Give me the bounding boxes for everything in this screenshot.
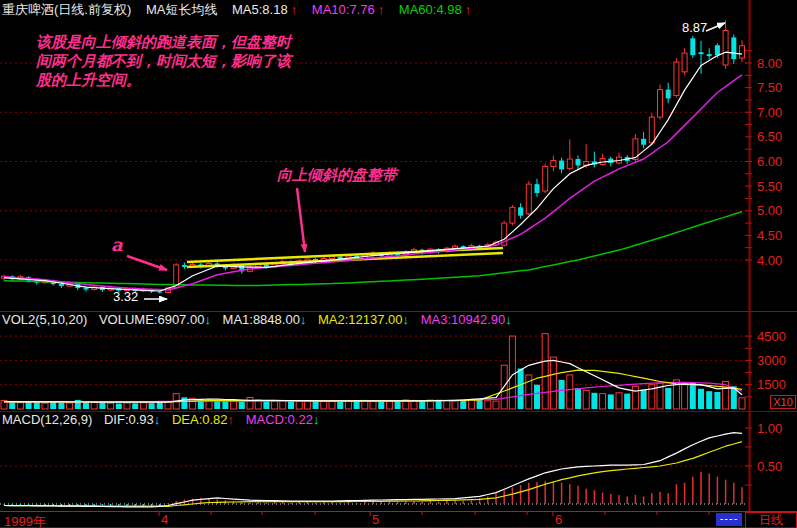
up-arrow-icon: ↑ bbox=[228, 412, 235, 427]
volume-axis: 450030001500 bbox=[745, 329, 786, 397]
ma5-value: MA5:8.18 bbox=[232, 2, 288, 17]
band-annotation: 向上倾斜的盘整带 bbox=[277, 166, 397, 185]
volume-pane-header: VOL2(5,10,20) VOLUME:6907.00↓ MA1:8848.0… bbox=[2, 312, 512, 327]
svg-text:7.00: 7.00 bbox=[757, 105, 782, 120]
volume-ma3-value: MA3:10942.90 bbox=[421, 312, 506, 327]
volume-grid bbox=[0, 336, 747, 385]
svg-text:6.50: 6.50 bbox=[757, 129, 782, 144]
title-bar: 重庆啤酒(日线.前复权) MA短长均线 MA5:8.18↑ MA10:7.76↑… bbox=[2, 1, 474, 19]
svg-text:8.00: 8.00 bbox=[757, 56, 782, 71]
down-arrow-icon: ↓ bbox=[313, 412, 320, 427]
note-line: 股的上升空间。 bbox=[36, 71, 291, 90]
macd-indicator-name: MACD(12,26,9) bbox=[2, 412, 92, 427]
low-price-label: 3.32 bbox=[113, 289, 138, 304]
volume-value: VOLUME:6907.00 bbox=[99, 312, 205, 327]
svg-text:3000: 3000 bbox=[757, 353, 786, 368]
ma-group-label: MA短长均线 bbox=[146, 2, 218, 17]
analyst-note: 该股是向上倾斜的跑道表面，但盘整时 间两个月都不到，时间太短，影响了该 股的上升… bbox=[36, 33, 291, 90]
trend-band-lines bbox=[187, 248, 503, 267]
svg-text:4500: 4500 bbox=[757, 329, 786, 344]
dea-value: DEA:0.82 bbox=[172, 412, 228, 427]
down-arrow-icon: ↓ bbox=[505, 312, 512, 327]
volume-bars bbox=[1, 334, 745, 409]
down-arrow-icon: ↓ bbox=[154, 412, 161, 427]
down-arrow-icon: ↓ bbox=[403, 312, 410, 327]
up-arrow-icon: ↑ bbox=[465, 2, 472, 17]
svg-text:5.50: 5.50 bbox=[757, 179, 782, 194]
ma60-value: MA60:4.98 bbox=[399, 2, 462, 17]
svg-text:4.50: 4.50 bbox=[757, 228, 782, 243]
date-axis-ticks: 456 bbox=[159, 512, 709, 527]
note-line: 该股是向上倾斜的跑道表面，但盘整时 bbox=[36, 33, 291, 52]
up-arrow-icon: ↑ bbox=[291, 2, 298, 17]
price-axis: 8.007.507.006.506.005.505.004.504.00 bbox=[745, 51, 782, 268]
volume-ma2-value: MA2:12137.00 bbox=[318, 312, 403, 327]
dif-value: DIF:0.93 bbox=[104, 412, 154, 427]
down-arrow-icon: ↓ bbox=[204, 312, 211, 327]
svg-text:1.00: 1.00 bbox=[757, 421, 782, 436]
macd-value: MACD:0.22 bbox=[246, 412, 313, 427]
down-arrow-icon: ↓ bbox=[300, 312, 307, 327]
stock-title: 重庆啤酒(日线.前复权) bbox=[2, 2, 131, 17]
stock-chart-window: 8.007.507.006.506.005.505.004.504.004500… bbox=[0, 0, 797, 528]
volume-ma1-value: MA1:8848.00 bbox=[223, 312, 300, 327]
svg-text:4: 4 bbox=[161, 512, 168, 527]
svg-text:4.00: 4.00 bbox=[757, 253, 782, 268]
note-line: 间两个月都不到，时间太短，影响了该 bbox=[36, 52, 291, 71]
svg-text:1500: 1500 bbox=[757, 377, 786, 392]
svg-text:5.00: 5.00 bbox=[757, 203, 782, 218]
svg-text:5: 5 bbox=[372, 512, 379, 527]
up-arrow-icon: ↑ bbox=[378, 2, 385, 17]
period-selector[interactable]: 日线 bbox=[745, 512, 797, 528]
high-price-label: 8.87 bbox=[682, 20, 707, 35]
year-label: 1999年 bbox=[4, 513, 46, 528]
macd-pane-header: MACD(12,26,9) DIF:0.93↓ DEA:0.82↑ MACD:0… bbox=[2, 412, 319, 427]
macd-lines bbox=[4, 433, 742, 507]
svg-text:7.50: 7.50 bbox=[757, 80, 782, 95]
volume-unit-badge: X10 bbox=[770, 395, 796, 409]
volume-indicator-name: VOL2(5,10,20) bbox=[2, 312, 87, 327]
svg-text:0.50: 0.50 bbox=[757, 459, 782, 474]
svg-text:6: 6 bbox=[555, 512, 562, 527]
volume-ma-lines bbox=[4, 360, 742, 402]
point-a-label: a bbox=[111, 234, 123, 255]
macd-axis: 1.000.50 bbox=[745, 421, 782, 486]
scrollbar-thumb[interactable]: ---- bbox=[716, 513, 742, 526]
ma10-value: MA10:7.76 bbox=[312, 2, 375, 17]
svg-text:6.00: 6.00 bbox=[757, 154, 782, 169]
price-grid bbox=[0, 63, 747, 260]
